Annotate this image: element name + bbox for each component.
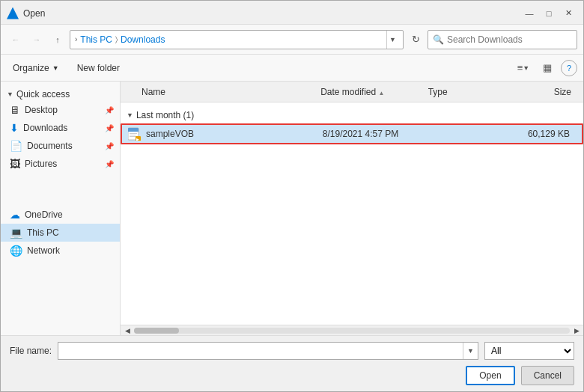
- view-options-button[interactable]: ≡ ▼: [513, 59, 534, 77]
- toolbar-right: ≡ ▼ ▦ ?: [513, 59, 577, 77]
- svg-rect-4: [130, 135, 136, 135]
- col-date-header[interactable]: Date modified ▲: [320, 87, 428, 97]
- organize-button[interactable]: Organize ▼: [7, 61, 65, 76]
- file-date-samplevob: 8/19/2021 4:57 PM: [323, 129, 429, 139]
- sidebar-item-onedrive[interactable]: ☁ OneDrive: [1, 206, 120, 224]
- sidebar: ▼ Quick access 🖥 Desktop 📌 ⬇ Downloads 📌…: [1, 82, 121, 335]
- minimize-button[interactable]: —: [520, 6, 538, 21]
- scrollbar-track[interactable]: [134, 328, 570, 334]
- sidebar-item-this-pc[interactable]: 💻 This PC: [1, 224, 120, 242]
- file-type-select-wrapper[interactable]: All: [484, 342, 574, 360]
- main-content: ▼ Quick access 🖥 Desktop 📌 ⬇ Downloads 📌…: [1, 82, 583, 335]
- sidebar-item-pictures[interactable]: 🖼 Pictures 📌: [1, 155, 120, 173]
- address-dropdown-button[interactable]: ▼: [386, 31, 398, 49]
- pane-icon: ▦: [543, 62, 552, 73]
- file-header: Name Date modified ▲ Type Size: [121, 82, 583, 102]
- open-dialog-window: Open — □ ✕ ← → ↑ › This PC 〉 Downloads ▼…: [0, 0, 584, 392]
- sidebar-item-onedrive-label: OneDrive: [25, 209, 114, 220]
- quick-access-arrow-icon: ▼: [7, 91, 13, 98]
- help-button[interactable]: ?: [561, 60, 577, 76]
- sidebar-item-documents[interactable]: 📄 Documents 📌: [1, 137, 120, 155]
- toolbar: Organize ▼ New folder ≡ ▼ ▦ ?: [1, 55, 583, 82]
- file-row-samplevob[interactable]: ▶ sampleVOB 8/19/2021 4:57 PM 60,129 KB: [121, 123, 583, 144]
- title-controls: — □ ✕: [520, 6, 577, 21]
- bottom-bar: File name: ▼ All Open Cancel: [1, 335, 583, 391]
- col-type-header[interactable]: Type: [428, 87, 500, 97]
- col-name-header[interactable]: Name: [127, 87, 320, 97]
- file-name-label: File name:: [10, 346, 52, 356]
- file-name-input-wrapper[interactable]: ▼: [58, 342, 478, 360]
- file-size-samplevob: 60,129 KB: [499, 129, 576, 139]
- back-button[interactable]: ←: [7, 31, 25, 49]
- sidebar-item-desktop-label: Desktop: [25, 105, 100, 115]
- file-name-row: File name: ▼ All: [10, 342, 574, 360]
- up-button[interactable]: ↑: [49, 31, 67, 49]
- pane-button[interactable]: ▦: [537, 59, 558, 77]
- sidebar-item-downloads-label: Downloads: [23, 123, 100, 133]
- documents-icon: 📄: [10, 140, 22, 152]
- cancel-button[interactable]: Cancel: [521, 366, 574, 385]
- quick-access-label: Quick access: [16, 89, 70, 99]
- sidebar-item-desktop[interactable]: 🖥 Desktop 📌: [1, 101, 120, 119]
- sidebar-item-this-pc-label: This PC: [27, 227, 114, 238]
- file-type-select[interactable]: All: [485, 343, 574, 359]
- pictures-pin-icon: 📌: [105, 160, 114, 168]
- path-segment-this-pc[interactable]: This PC: [80, 34, 112, 45]
- sidebar-item-network-label: Network: [27, 245, 114, 256]
- close-button[interactable]: ✕: [559, 6, 577, 21]
- title-bar-left: Open: [7, 7, 45, 19]
- path-segment-downloads: Downloads: [121, 34, 165, 45]
- svg-rect-5: [130, 136, 136, 137]
- group-arrow-icon: ▼: [127, 111, 133, 119]
- network-icon: 🌐: [10, 245, 22, 257]
- pictures-icon: 🖼: [10, 158, 20, 170]
- svg-text:▶: ▶: [136, 137, 139, 141]
- file-area: Name Date modified ▲ Type Size ▼ Last mo…: [121, 82, 583, 335]
- refresh-button[interactable]: ↻: [407, 31, 425, 49]
- quick-access-header[interactable]: ▼ Quick access: [1, 85, 120, 101]
- onedrive-icon: ☁: [10, 209, 20, 221]
- sort-chevron-icon: ▲: [379, 90, 385, 97]
- app-icon: [7, 7, 19, 19]
- svg-rect-2: [128, 130, 139, 132]
- quick-access-section: ▼ Quick access 🖥 Desktop 📌 ⬇ Downloads 📌…: [1, 85, 120, 173]
- horizontal-scrollbar[interactable]: ◀ ▶: [121, 325, 583, 335]
- group-label: Last month (1): [136, 110, 194, 120]
- search-input[interactable]: [447, 34, 572, 45]
- search-icon: 🔍: [433, 34, 444, 45]
- maximize-button[interactable]: □: [540, 6, 558, 21]
- view-icon: ≡: [517, 62, 523, 73]
- scrollbar-thumb[interactable]: [134, 328, 179, 334]
- path-arrow: ›: [75, 35, 77, 43]
- desktop-pin-icon: 📌: [105, 106, 114, 114]
- col-size-header[interactable]: Size: [499, 87, 577, 97]
- organize-chevron-icon: ▼: [52, 64, 59, 72]
- other-section: ☁ OneDrive 💻 This PC 🌐 Network: [1, 206, 120, 260]
- scrollbar-left-arrow[interactable]: ◀: [122, 325, 133, 336]
- sidebar-item-network[interactable]: 🌐 Network: [1, 242, 120, 260]
- open-button[interactable]: Open: [466, 366, 514, 385]
- documents-pin-icon: 📌: [105, 142, 114, 150]
- address-path[interactable]: › This PC 〉 Downloads ▼: [70, 30, 404, 49]
- downloads-pin-icon: 📌: [105, 124, 114, 132]
- file-list: ▼ Last month (1) ▶ sampleVO: [121, 102, 583, 325]
- file-name-samplevob: sampleVOB: [146, 129, 323, 139]
- search-box[interactable]: 🔍: [428, 30, 577, 49]
- group-header-last-month[interactable]: ▼ Last month (1): [121, 105, 583, 123]
- sidebar-item-documents-label: Documents: [27, 141, 100, 151]
- file-name-dropdown-button[interactable]: ▼: [463, 343, 478, 359]
- sidebar-item-pictures-label: Pictures: [25, 159, 100, 169]
- address-path-content: › This PC 〉 Downloads: [75, 34, 386, 45]
- path-chevron: 〉: [115, 35, 118, 44]
- downloads-icon: ⬇: [10, 122, 19, 134]
- this-pc-icon: 💻: [10, 227, 22, 239]
- scrollbar-right-arrow[interactable]: ▶: [571, 325, 582, 336]
- window-title: Open: [23, 8, 45, 19]
- new-folder-button[interactable]: New folder: [71, 61, 126, 76]
- vob-file-icon: ▶: [128, 127, 142, 141]
- file-name-input[interactable]: [58, 343, 463, 359]
- sidebar-item-downloads[interactable]: ⬇ Downloads 📌: [1, 119, 120, 137]
- address-bar: ← → ↑ › This PC 〉 Downloads ▼ ↻ 🔍: [1, 25, 583, 55]
- forward-button[interactable]: →: [28, 31, 46, 49]
- title-bar: Open — □ ✕: [1, 1, 583, 25]
